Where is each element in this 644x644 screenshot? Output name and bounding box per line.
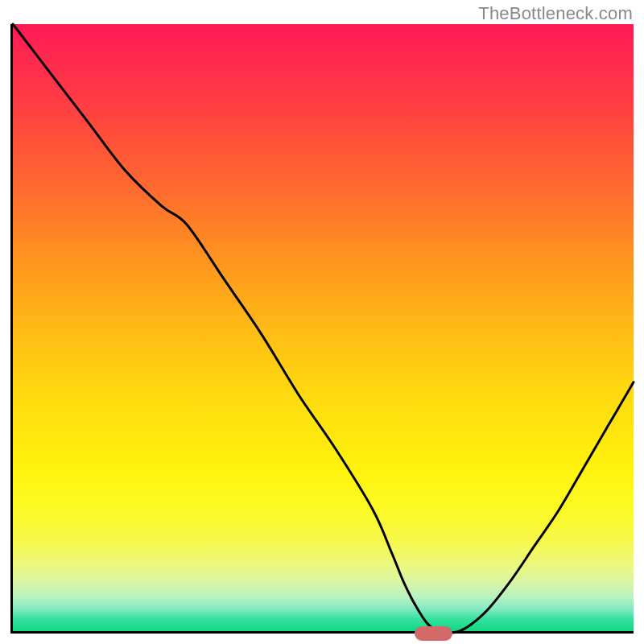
bottleneck-curve [13,24,634,633]
curve-layer [13,24,634,631]
chart-frame: TheBottleneck.com [0,0,644,644]
watermark-text: TheBottleneck.com [478,3,633,24]
plot-area [10,24,634,634]
optimal-marker [415,626,452,641]
